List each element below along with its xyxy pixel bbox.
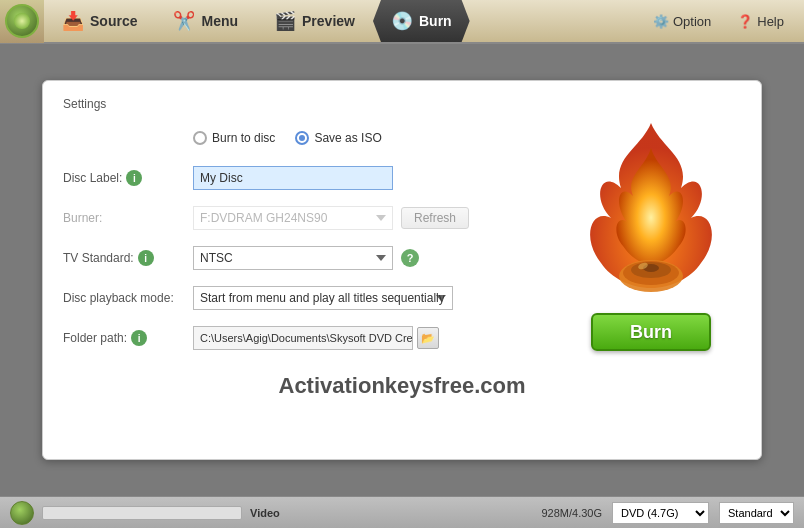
tab-preview[interactable]: 🎬 Preview [256, 0, 373, 42]
source-tab-icon: 📥 [62, 10, 84, 32]
folder-path-display: C:\Users\Agig\Documents\Skysoft DVD Crea… [193, 326, 413, 350]
save-as-iso-radio-circle [295, 131, 309, 145]
menu-tab-icon: ✂️ [173, 10, 195, 32]
save-as-iso-label: Save as ISO [314, 131, 381, 145]
burn-button-label: Burn [630, 322, 672, 343]
folder-path-label: Folder path: i [63, 330, 193, 346]
bottom-logo-icon [10, 501, 34, 525]
help-button[interactable]: ❓ Help [729, 11, 792, 32]
burn-to-disc-radio-circle [193, 131, 207, 145]
tv-standard-select[interactable]: NTSC PAL [193, 246, 393, 270]
watermark: Activationkeysfree.com [279, 373, 526, 399]
bottom-quality-select[interactable]: Standard High [719, 502, 794, 524]
app-logo [0, 0, 44, 43]
refresh-button[interactable]: Refresh [401, 207, 469, 229]
tab-source[interactable]: 📥 Source [44, 0, 155, 42]
tab-burn-label: Burn [419, 13, 452, 29]
folder-browse-button[interactable]: 📂 [417, 327, 439, 349]
tab-source-label: Source [90, 13, 137, 29]
disc-label-info-icon[interactable]: i [126, 170, 142, 186]
flame-container: Burn [571, 101, 731, 351]
option-button[interactable]: ⚙️ Option [645, 11, 719, 32]
tv-standard-label: TV Standard: i [63, 250, 193, 266]
burner-select[interactable]: F:DVDRAM GH24NS90 [193, 206, 393, 230]
bottom-progress-bar [42, 506, 242, 520]
tab-burn[interactable]: 💿 Burn [373, 0, 470, 42]
logo-circle [5, 4, 39, 38]
burn-to-disc-radio[interactable]: Burn to disc [193, 131, 275, 145]
bottom-bar: Video 928M/4.30G DVD (4.7G) DVD (8.5G) B… [0, 496, 804, 528]
help-icon: ❓ [737, 14, 753, 29]
disc-playback-select[interactable]: Start from menu and play all titles sequ… [193, 286, 453, 310]
disc-label-input[interactable] [193, 166, 393, 190]
preview-tab-icon: 🎬 [274, 10, 296, 32]
burn-mode-radio-group: Burn to disc Save as ISO [193, 131, 382, 145]
option-label: Option [673, 14, 711, 29]
tab-menu-label: Menu [201, 13, 238, 29]
disc-playback-label: Disc playback mode: [63, 291, 193, 305]
top-nav: 📥 Source ✂️ Menu 🎬 Preview 💿 Burn ⚙️ Opt… [0, 0, 804, 44]
burn-button[interactable]: Burn [591, 313, 711, 351]
main-content: Settings Burn to disc Save as ISO Disc L… [0, 44, 804, 496]
tab-preview-label: Preview [302, 13, 355, 29]
logo-inner [14, 13, 30, 29]
bottom-info: 928M/4.30G DVD (4.7G) DVD (8.5G) Blu-ray… [541, 502, 794, 524]
tv-standard-help-icon[interactable]: ? [401, 249, 419, 267]
burner-label: Burner: [63, 211, 193, 225]
tab-menu[interactable]: ✂️ Menu [155, 0, 256, 42]
flame-svg [581, 113, 721, 313]
settings-panel: Settings Burn to disc Save as ISO Disc L… [42, 80, 762, 460]
bottom-disc-type-select[interactable]: DVD (4.7G) DVD (8.5G) Blu-ray (25G) [612, 502, 709, 524]
bottom-size-info: 928M/4.30G [541, 507, 602, 519]
folder-path-info-icon[interactable]: i [131, 330, 147, 346]
tv-standard-info-icon[interactable]: i [138, 250, 154, 266]
save-as-iso-radio[interactable]: Save as ISO [295, 131, 381, 145]
bottom-tab-label[interactable]: Video [250, 507, 280, 519]
burn-to-disc-label: Burn to disc [212, 131, 275, 145]
gear-icon: ⚙️ [653, 14, 669, 29]
help-label: Help [757, 14, 784, 29]
burn-tab-icon: 💿 [391, 10, 413, 32]
nav-tabs: 📥 Source ✂️ Menu 🎬 Preview 💿 Burn [44, 0, 470, 42]
disc-label-label: Disc Label: i [63, 170, 193, 186]
nav-right: ⚙️ Option ❓ Help [645, 11, 804, 32]
